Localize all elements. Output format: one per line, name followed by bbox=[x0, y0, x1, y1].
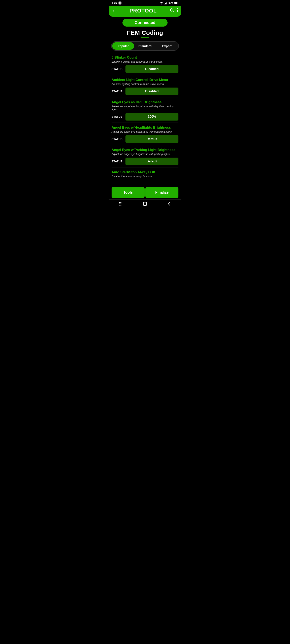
signal-icon bbox=[164, 2, 168, 4]
feature-item-angel-drl: Angel Eyes as DRL Brightness Adjust the … bbox=[112, 98, 178, 123]
notification-badge: 69 bbox=[118, 1, 122, 5]
svg-rect-6 bbox=[178, 2, 178, 4]
battery-icon bbox=[174, 2, 178, 4]
feature-item-angel-headlights: Angel Eyes w/Headlights Brightness Adjus… bbox=[112, 123, 178, 145]
svg-rect-13 bbox=[120, 202, 121, 203]
page-title-section: FEM Coding bbox=[109, 30, 181, 38]
status-row-ambient: STATUS: Disabled bbox=[112, 88, 178, 95]
svg-rect-18 bbox=[143, 202, 147, 206]
nav-home-icon[interactable] bbox=[143, 202, 147, 207]
status-value-angel-parking[interactable]: Default bbox=[125, 158, 178, 165]
title-underline bbox=[141, 38, 149, 38]
bottom-nav bbox=[109, 200, 181, 210]
time-display: 1:45 bbox=[112, 2, 117, 5]
tab-expert[interactable]: Expert bbox=[156, 42, 178, 50]
tab-standard[interactable]: Standard bbox=[134, 42, 156, 50]
feature-desc-angel-headlights: Adjust the angel eye brightness with hea… bbox=[112, 130, 178, 133]
wifi-icon bbox=[160, 2, 163, 4]
connection-status-badge: Connected bbox=[122, 19, 167, 26]
header-icons bbox=[170, 8, 178, 14]
bottom-buttons: Tools Finalize bbox=[112, 185, 178, 200]
feature-item-autostop: Auto Start/Stop Always Off Disable the a… bbox=[112, 168, 178, 184]
tab-popular[interactable]: Popular bbox=[112, 42, 134, 50]
feature-desc-angel-drl: Adjust the angel eye brightness with day… bbox=[112, 105, 178, 111]
status-value-blinker[interactable]: Disabled bbox=[125, 65, 178, 73]
status-label-ambient: STATUS: bbox=[112, 90, 123, 93]
tabs-container: Popular Standard Expert bbox=[111, 41, 179, 51]
svg-rect-16 bbox=[119, 205, 120, 206]
svg-rect-1 bbox=[165, 3, 166, 4]
svg-rect-15 bbox=[120, 204, 121, 204]
status-label-angel-drl: STATUS: bbox=[112, 115, 123, 118]
status-row-angel-headlights: STATUS: Default bbox=[112, 135, 178, 143]
svg-rect-3 bbox=[167, 2, 167, 4]
svg-rect-5 bbox=[175, 2, 177, 4]
search-icon[interactable] bbox=[170, 8, 174, 14]
status-row-angel-drl: STATUS: 100% bbox=[112, 113, 178, 120]
page-title: FEM Coding bbox=[109, 30, 181, 36]
back-button[interactable]: ← bbox=[112, 8, 116, 14]
feature-desc-ambient: Ambient lighting control from the iDrive… bbox=[112, 82, 178, 86]
nav-menu-icon[interactable] bbox=[119, 202, 123, 207]
svg-rect-14 bbox=[119, 204, 120, 204]
feature-name-autostop: Auto Start/Stop Always Off bbox=[112, 170, 178, 174]
finalize-button[interactable]: Finalize bbox=[145, 187, 178, 198]
tools-button[interactable]: Tools bbox=[112, 187, 145, 198]
feature-name-blinker: 5 Blinker Count bbox=[112, 56, 178, 60]
status-value-ambient[interactable]: Disabled bbox=[125, 88, 178, 95]
status-row-blinker: STATUS: Disabled bbox=[112, 65, 178, 73]
connection-status-wrapper: Connected bbox=[109, 19, 181, 26]
feature-name-ambient: Ambient Light Control iDrive Menu bbox=[112, 78, 178, 82]
svg-point-11 bbox=[177, 11, 178, 12]
svg-rect-2 bbox=[166, 2, 167, 4]
feature-name-angel-headlights: Angel Eyes w/Headlights Brightness bbox=[112, 126, 178, 130]
feature-desc-blinker: Enable 5 blinker one touch turn signal c… bbox=[112, 60, 178, 63]
app-header: ← PROTOOL bbox=[109, 6, 181, 17]
feature-desc-angel-parking: Adjust the angel eye brightness with par… bbox=[112, 152, 178, 156]
svg-rect-0 bbox=[164, 4, 165, 4]
svg-point-10 bbox=[177, 10, 178, 11]
content-area: 5 Blinker Count Enable 5 blinker one tou… bbox=[109, 51, 181, 200]
nav-back-icon[interactable] bbox=[167, 202, 171, 207]
feature-name-angel-drl: Angel Eyes as DRL Brightness bbox=[112, 100, 178, 104]
feature-desc-autostop: Disable the auto start/stop function bbox=[112, 175, 178, 178]
svg-point-9 bbox=[177, 8, 178, 9]
status-value-angel-headlights[interactable]: Default bbox=[125, 135, 178, 143]
status-bar: 1:45 69 98% bbox=[109, 0, 181, 6]
status-value-angel-drl[interactable]: 100% bbox=[125, 113, 178, 120]
feature-name-angel-parking: Angel Eyes w/Parking Light Brightness bbox=[112, 148, 178, 152]
feature-item-angel-parking: Angel Eyes w/Parking Light Brightness Ad… bbox=[112, 145, 178, 168]
status-bar-left: 1:45 69 bbox=[112, 1, 122, 5]
status-label-angel-headlights: STATUS: bbox=[112, 138, 123, 141]
status-label-blinker: STATUS: bbox=[112, 68, 123, 71]
feature-item-blinker: 5 Blinker Count Enable 5 blinker one tou… bbox=[112, 53, 178, 75]
status-label-angel-parking: STATUS: bbox=[112, 160, 123, 163]
battery-percent: 98% bbox=[169, 2, 173, 4]
feature-item-ambient: Ambient Light Control iDrive Menu Ambien… bbox=[112, 75, 178, 98]
app-title: PROTOOL bbox=[130, 8, 157, 14]
svg-line-8 bbox=[173, 11, 174, 12]
more-icon[interactable] bbox=[177, 8, 178, 13]
svg-rect-12 bbox=[119, 202, 120, 203]
svg-rect-17 bbox=[120, 205, 121, 206]
status-row-angel-parking: STATUS: Default bbox=[112, 158, 178, 165]
status-bar-right: 98% bbox=[160, 2, 178, 4]
